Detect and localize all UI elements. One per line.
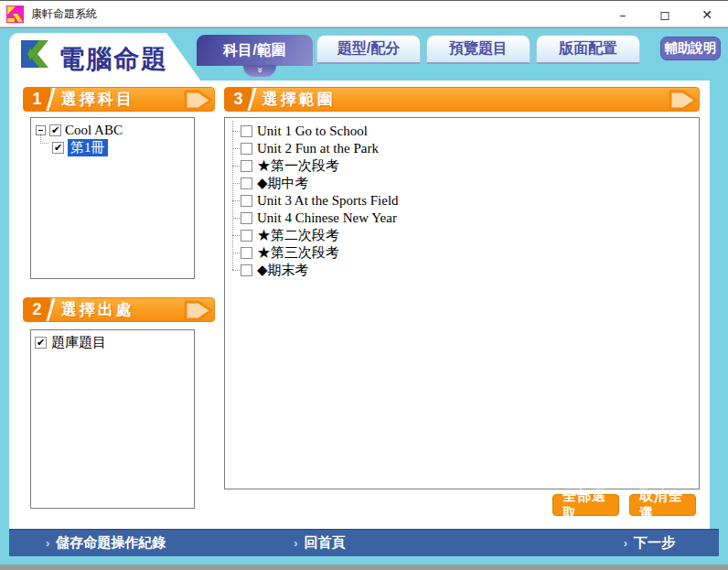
range-item[interactable]: Unit 4 Chinese New Year bbox=[230, 210, 699, 227]
checkbox-range-6[interactable] bbox=[241, 230, 252, 242]
range-item-label[interactable]: ★第一次段考 bbox=[257, 157, 339, 175]
tree-connector bbox=[232, 121, 233, 270]
window-titlebar: 康軒命題系統 – ◻ ✕ bbox=[0, 0, 728, 27]
checkbox-range-2[interactable] bbox=[241, 160, 252, 172]
step-number-badge: 1 bbox=[24, 88, 50, 111]
kangxuan-k-logo-icon bbox=[19, 38, 50, 70]
range-item-label[interactable]: ★第二次段考 bbox=[257, 227, 339, 244]
page-title: 電腦命題 bbox=[59, 42, 168, 77]
maximize-button[interactable]: ◻ bbox=[644, 1, 686, 28]
home-link[interactable]: › 回首頁 bbox=[294, 534, 345, 552]
window-title: 康軒命題系統 bbox=[31, 6, 97, 22]
range-item[interactable]: ◆期末考 bbox=[230, 262, 699, 279]
section-range-banner: 3 選擇範圍 bbox=[224, 87, 700, 112]
chevron-right-icon: › bbox=[294, 536, 297, 550]
range-item[interactable]: ◆期中考 bbox=[230, 175, 699, 192]
tree-child-label-selected[interactable]: 第1冊 bbox=[68, 139, 108, 156]
step-number-badge: 3 bbox=[225, 88, 252, 111]
next-step-link[interactable]: › 下一步 bbox=[624, 534, 675, 552]
select-all-button[interactable]: 全部選取 bbox=[552, 494, 619, 516]
section-subject-banner: 1 選擇科目 bbox=[23, 87, 215, 112]
save-record-link[interactable]: › 儲存命題操作紀錄 bbox=[46, 534, 166, 552]
arrow-right-icon bbox=[665, 85, 701, 115]
range-item[interactable]: ★第一次段考 bbox=[230, 157, 699, 175]
checkbox-range-0[interactable] bbox=[241, 125, 252, 137]
footer-bar: › 儲存命題操作紀錄 › 回首頁 › 下一步 bbox=[9, 529, 719, 556]
tree-node-child[interactable]: 第1冊 bbox=[52, 139, 194, 156]
section-title: 選擇科目 bbox=[50, 89, 134, 110]
tree-connector bbox=[40, 134, 48, 144]
tab-preview-questions[interactable]: 預覽題目 bbox=[426, 35, 530, 64]
arrow-right-icon bbox=[180, 85, 217, 115]
section-source-banner: 2 選擇出處 bbox=[23, 297, 215, 322]
subject-tree-box[interactable]: Cool ABC 第1冊 bbox=[30, 117, 195, 279]
window-bottom-edge bbox=[0, 565, 728, 570]
range-item-label[interactable]: ◆期末考 bbox=[257, 262, 309, 279]
range-item-label[interactable]: ★第三次段考 bbox=[257, 244, 339, 262]
range-list-box[interactable]: Unit 1 Go to School Unit 2 Fun at the Pa… bbox=[224, 117, 700, 489]
checkbox-child[interactable] bbox=[52, 142, 64, 154]
tab-page-layout[interactable]: 版面配置 bbox=[536, 35, 640, 64]
tree-root-label[interactable]: Cool ABC bbox=[65, 123, 123, 138]
minimize-button[interactable]: – bbox=[602, 1, 644, 28]
chevron-right-icon: › bbox=[624, 536, 627, 550]
save-record-label[interactable]: 儲存命題操作紀錄 bbox=[56, 534, 166, 552]
chevron-right-icon: › bbox=[46, 536, 49, 550]
checkbox-range-5[interactable] bbox=[241, 212, 252, 224]
range-item[interactable]: ★第二次段考 bbox=[230, 227, 699, 244]
tree-node-root[interactable]: Cool ABC bbox=[36, 122, 194, 139]
range-item[interactable]: Unit 2 Fun at the Park bbox=[230, 140, 699, 157]
range-item-label[interactable]: Unit 2 Fun at the Park bbox=[257, 141, 379, 156]
checkbox-source[interactable] bbox=[35, 337, 47, 349]
app-icon bbox=[6, 5, 24, 23]
source-item-label[interactable]: 題庫題目 bbox=[51, 334, 106, 351]
range-item[interactable]: Unit 3 At the Sports Field bbox=[230, 192, 699, 210]
help-button[interactable]: 輔助說明 bbox=[660, 37, 721, 60]
range-item[interactable]: ★第三次段考 bbox=[230, 244, 699, 262]
checkbox-range-7[interactable] bbox=[241, 247, 252, 259]
step-number-badge: 2 bbox=[24, 298, 50, 321]
list-item[interactable]: 題庫題目 bbox=[31, 330, 194, 350]
section-title: 選擇範圍 bbox=[252, 89, 336, 110]
tab-question-type[interactable]: 題型/配分 bbox=[316, 35, 421, 64]
close-button[interactable]: ✕ bbox=[686, 1, 728, 28]
arrow-right-icon bbox=[180, 296, 217, 326]
range-item-label[interactable]: Unit 3 At the Sports Field bbox=[257, 193, 399, 209]
section-title: 選擇出處 bbox=[50, 299, 134, 320]
checkbox-range-4[interactable] bbox=[241, 195, 252, 207]
checkbox-range-1[interactable] bbox=[241, 143, 252, 155]
home-label[interactable]: 回首頁 bbox=[305, 534, 346, 552]
next-step-label[interactable]: 下一步 bbox=[634, 534, 675, 552]
range-item-label[interactable]: ◆期中考 bbox=[257, 175, 309, 192]
checkbox-range-3[interactable] bbox=[241, 177, 252, 189]
checkbox-range-8[interactable] bbox=[241, 264, 252, 276]
source-list-box[interactable]: 題庫題目 bbox=[30, 329, 195, 509]
chevron-down-icon: » bbox=[255, 67, 265, 72]
range-item[interactable]: Unit 1 Go to School bbox=[230, 123, 699, 140]
range-item-label[interactable]: Unit 1 Go to School bbox=[257, 124, 368, 139]
checkbox-root[interactable] bbox=[49, 124, 61, 136]
range-item-label[interactable]: Unit 4 Chinese New Year bbox=[257, 210, 397, 226]
deselect-all-button[interactable]: 取消全選 bbox=[629, 494, 696, 516]
tab-subject-range[interactable]: 科目/範圍 bbox=[197, 35, 313, 66]
